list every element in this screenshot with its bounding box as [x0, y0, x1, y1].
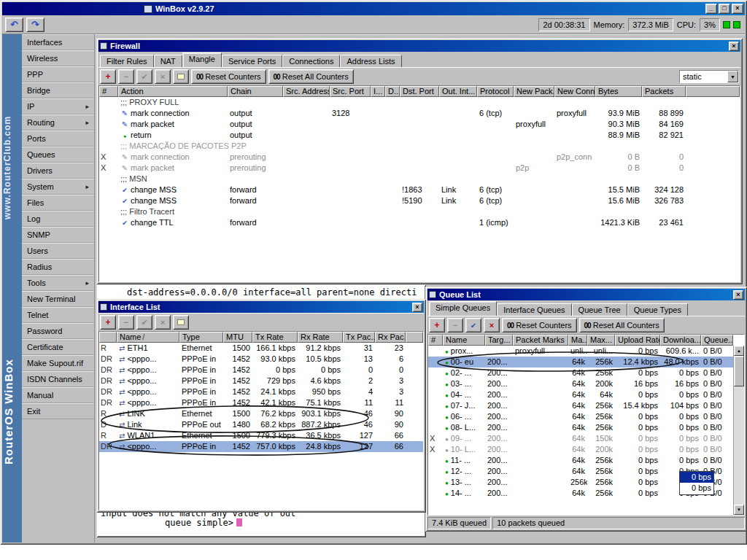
sidebar-item-drivers[interactable]: Drivers: [22, 163, 94, 179]
interface-remove-button[interactable]: −: [118, 315, 134, 330]
interface-row[interactable]: DR⇄<pppo...PPPoE in1452729 bps4.6 kbps23: [99, 376, 423, 386]
column-header-action[interactable]: Action: [118, 86, 228, 97]
interface-disable-button[interactable]: ×: [155, 315, 171, 330]
tab-interface-queues[interactable]: Interface Queues: [497, 303, 571, 316]
firewall-rule-row[interactable]: X✎mark connectionpreroutingp2p_conn0 B0: [99, 152, 740, 163]
firewall-comment-row[interactable]: ;;; MSN: [99, 174, 740, 184]
firewall-rule-row[interactable]: ✔change MSSforward!1863Link6 (tcp)15.5 M…: [99, 184, 740, 195]
column-header-queue[interactable]: Queue...: [701, 335, 733, 346]
undo-button[interactable]: ↶: [5, 18, 23, 32]
column-header-name[interactable]: Name/: [117, 332, 179, 343]
close-button[interactable]: ×: [732, 4, 743, 14]
column-header-tx-rate[interactable]: Tx Rate: [252, 332, 298, 343]
queue-add-button[interactable]: +: [429, 318, 445, 332]
tab-address-lists[interactable]: Address Lists: [340, 55, 401, 67]
firewall-titlebar[interactable]: Firewall ×: [98, 40, 740, 52]
firewall-comment-row[interactable]: ;;; MARCAÇÃO DE PACOTES P2P: [99, 141, 740, 152]
interface-row[interactable]: DR⇄<pppo...PPPoE in145242.1 kbps75.1 kbp…: [99, 397, 423, 408]
reset-all-counters-button[interactable]: 00Reset All Counters: [268, 69, 354, 84]
sidebar-item-ip[interactable]: IP▸: [22, 98, 94, 114]
reset-counters-button[interactable]: 00Reset Counters: [191, 69, 266, 84]
queue-titlebar[interactable]: Queue List ×: [427, 289, 745, 300]
firewall-remove-button[interactable]: −: [118, 69, 134, 84]
interface-row[interactable]: DR⇄<pppo...PPPoE in14520 bps0 bps00: [99, 365, 423, 376]
scrollbar-track[interactable]: [734, 386, 744, 505]
sidebar-item-exit[interactable]: Exit: [22, 403, 94, 419]
column-header-src-address[interactable]: Src. Address: [283, 86, 330, 97]
sidebar-item-queues[interactable]: Queues: [22, 147, 94, 163]
tab-filter-rules[interactable]: Filter Rules: [100, 55, 154, 67]
column-header-src-port[interactable]: Src. Port: [330, 86, 371, 97]
column-header-targ[interactable]: Targ...: [485, 335, 513, 346]
interface-enable-button[interactable]: ✔: [136, 315, 152, 330]
column-header-out-int[interactable]: Out. Int...: [439, 86, 477, 97]
sidebar-item-log[interactable]: Log: [22, 211, 94, 227]
sidebar-item-ports[interactable]: Ports: [22, 131, 94, 147]
queue-disable-button[interactable]: ×: [484, 318, 500, 332]
sidebar-item-radius[interactable]: Radius: [22, 259, 94, 275]
queue-row[interactable]: ●02- ...200...64k256k0 bps0 bps0 B/0: [428, 368, 744, 378]
interface-add-button[interactable]: +: [100, 315, 116, 330]
column-header-chain[interactable]: Chain: [228, 86, 283, 97]
interface-comment-button[interactable]: [173, 315, 189, 330]
sidebar-item-users[interactable]: Users: [22, 243, 94, 259]
sidebar-item-certificate[interactable]: Certificate: [22, 339, 94, 355]
column-header-ma[interactable]: Ma...: [568, 335, 587, 346]
queue-row[interactable]: ●00- eu200...64k256k12.4 kbps48.0 kbps0 …: [428, 357, 744, 368]
column-header-mtu[interactable]: MTU: [223, 332, 252, 343]
column-header-new-pack[interactable]: New Pack...: [514, 86, 554, 97]
column-header-max[interactable]: Max...: [587, 335, 615, 346]
scroll-down-icon[interactable]: ▼: [734, 505, 744, 515]
queue-scrollbar[interactable]: ▲ ▼: [733, 346, 744, 515]
interface-close-button[interactable]: ×: [412, 303, 422, 312]
sidebar-item-wireless[interactable]: Wireless: [22, 50, 94, 66]
queue-close-button[interactable]: ×: [733, 290, 743, 300]
sidebar-item-isdn-channels[interactable]: ISDN Channels: [22, 371, 94, 387]
interface-row[interactable]: D⇄LinkPPPoE out148068.2 kbps887.2 kbps46…: [99, 419, 423, 430]
column-header-rx-pac[interactable]: Rx Pac...: [375, 332, 406, 343]
interface-titlebar[interactable]: Interface List ×: [98, 301, 424, 313]
tab-connections[interactable]: Connections: [282, 55, 340, 67]
firewall-rule-row[interactable]: ✎mark connectionoutput31286 (tcp)proxyfu…: [99, 108, 740, 119]
sidebar-item-routing[interactable]: Routing▸: [22, 114, 94, 131]
column-header-packets[interactable]: Packets: [642, 86, 686, 97]
sidebar-item-interfaces[interactable]: Interfaces: [22, 34, 94, 50]
tab-queue-types[interactable]: Queue Types: [627, 303, 688, 316]
column-header-col[interactable]: [99, 332, 117, 343]
firewall-comment-row[interactable]: ;;; PROXY FULL: [99, 97, 740, 108]
sidebar-item-system[interactable]: System▸: [22, 179, 94, 195]
firewall-rule-row[interactable]: ✔change MSSforward!5190Link6 (tcp)15.6 M…: [99, 195, 740, 206]
minimize-button[interactable]: _: [705, 4, 717, 14]
column-header-type[interactable]: Type: [179, 332, 223, 343]
maximize-button[interactable]: □: [719, 4, 730, 14]
tab-queue-tree[interactable]: Queue Tree: [572, 303, 627, 316]
firewall-rule-row[interactable]: ✎mark packetoutputproxyfull90.3 MiB84 16…: [99, 119, 740, 130]
column-header-i[interactable]: I...: [371, 86, 385, 97]
column-header-tx-pac[interactable]: Tx Pac...: [343, 332, 375, 343]
column-header-rx-rate[interactable]: Rx Rate: [298, 332, 343, 343]
column-header-num[interactable]: #: [99, 86, 118, 97]
queue-row[interactable]: ●08- L...200...64k256k0 bps0 bps0 B/0: [428, 422, 744, 433]
sidebar-item-make-supout-rif[interactable]: Make Supout.rif: [22, 355, 94, 371]
tab-simple-queues[interactable]: Simple Queues: [429, 301, 497, 316]
firewall-disable-button[interactable]: ×: [155, 69, 171, 84]
column-header-num[interactable]: #: [428, 335, 443, 346]
tab-mangle[interactable]: Mangle: [182, 52, 222, 67]
sidebar-item-tools[interactable]: Tools▸: [22, 275, 94, 291]
column-header-d[interactable]: D...: [385, 86, 400, 97]
sidebar-item-manual[interactable]: Manual: [22, 387, 94, 403]
filter-dropdown[interactable]: static ▼: [679, 70, 739, 83]
interface-row[interactable]: R⇄WLAN1Ethernet1500779.3 kbps36.5 kbps12…: [99, 430, 423, 441]
main-titlebar[interactable]: WinBox v2.9.27 _ □ ×: [2, 2, 745, 15]
column-header-bytes[interactable]: Bytes: [595, 86, 642, 97]
queue-remove-button[interactable]: −: [447, 318, 463, 332]
column-header-packet-marks[interactable]: Packet Marks: [513, 335, 568, 346]
scrollbar-thumb[interactable]: [734, 356, 744, 386]
firewall-add-button[interactable]: +: [100, 69, 116, 84]
queue-reset-all-counters-button[interactable]: 00Reset All Counters: [579, 318, 665, 332]
sidebar-item-ppp[interactable]: PPP: [22, 66, 94, 82]
column-header-new-conn[interactable]: New Conn...: [554, 86, 595, 97]
tab-nat[interactable]: NAT: [154, 55, 182, 67]
queue-row[interactable]: ●03- ...200...64k200k16 bps16 bps0 B/0: [428, 378, 744, 389]
column-header-name[interactable]: Name: [443, 335, 485, 346]
